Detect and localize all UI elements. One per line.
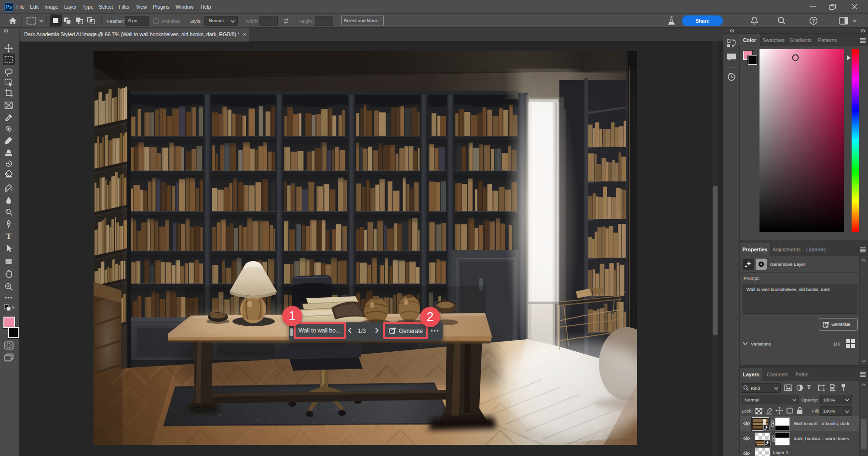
svg-text:T: T [6, 232, 12, 240]
svg-text:?: ? [812, 18, 815, 24]
